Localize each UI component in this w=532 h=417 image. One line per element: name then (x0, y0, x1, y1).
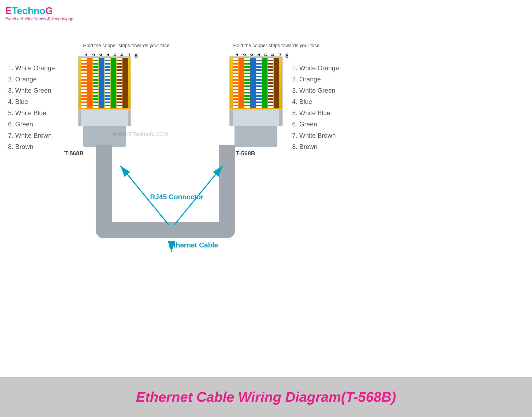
pin-list-left: 1. White Orange 2. Orange 3. White Green… (8, 64, 55, 154)
right-wires (230, 57, 282, 109)
wire-7-white-brown (117, 58, 122, 108)
wire-r6-green (262, 58, 267, 108)
pin-right-5: 5. White Blue (292, 109, 339, 117)
right-connector-mid (229, 110, 283, 126)
instruction-left: Hold the copper strips towards your face (83, 43, 169, 48)
pin-left-8: 8. Brown (8, 143, 55, 151)
footer-banner: Ethernet Cable Wiring Diagram(T-568B) (0, 377, 532, 417)
pin-left-3: 3. White Green (8, 87, 55, 94)
pin-left-2: 2. Orange (8, 76, 55, 83)
wire-r3-white-green (244, 58, 250, 108)
wire-3-white-green (93, 58, 98, 108)
logo-tagline: Electrical, Electronics & Technology (5, 17, 73, 21)
cable-left-vertical (96, 145, 112, 233)
wire-4-blue (99, 58, 104, 108)
wire-2-orange (87, 58, 92, 108)
pin-left-1: 1. White Orange (8, 64, 55, 72)
pin-right-1: 1. White Orange (292, 64, 339, 72)
cable-right-vertical (219, 145, 235, 233)
pin-left-5: 5. White Blue (8, 109, 55, 117)
pin-left-6: 6. Green (8, 121, 55, 128)
right-connector-top (229, 56, 283, 110)
logo-e: E (5, 5, 12, 16)
left-wires (79, 57, 131, 109)
wire-1-white-orange (81, 58, 87, 108)
wire-5-white-blue (105, 58, 110, 108)
diagram-area: Hold the copper strips towards your face… (0, 27, 532, 377)
pin-list-right: 1. White Orange 2. Orange 3. White Green… (292, 64, 339, 154)
pin-left-4: 4. Blue (8, 98, 55, 106)
left-connector-mid (78, 110, 131, 126)
wire-r4-blue (250, 58, 256, 108)
logo-g: G (45, 5, 53, 16)
rj45-label: RJ45 Connector (150, 193, 203, 201)
wire-8-brown (122, 58, 128, 108)
logo: ETechnoG Electrical, Electronics & Techn… (5, 5, 73, 21)
pin-right-3: 3. White Green (292, 87, 339, 94)
pin-right-6: 6. Green (292, 121, 339, 128)
pin-right-2: 2. Orange (292, 76, 339, 83)
wire-r1-white-orange (233, 58, 238, 108)
t568b-label-right: T-568B (236, 150, 255, 157)
pin-right-4: 4. Blue (292, 98, 339, 106)
wire-r2-orange (239, 58, 244, 108)
wire-r7-white-brown (268, 58, 273, 108)
wire-r8-brown (274, 58, 279, 108)
right-connector (229, 56, 283, 147)
wire-6-green (111, 58, 116, 108)
pin-left-7: 7. White Brown (8, 132, 55, 139)
right-connector-bottom (235, 126, 277, 147)
cable-bottom (96, 222, 235, 238)
ethernet-label: Ethernet Cable (169, 241, 218, 249)
watermark: WWW.ETechnoG.COM (113, 131, 168, 137)
pin-right-8: 8. Brown (292, 143, 339, 151)
wire-r5-white-blue (256, 58, 262, 108)
pin-right-7: 7. White Brown (292, 132, 339, 139)
t568b-label-left: T-568B (64, 150, 84, 157)
logo-techno: Techno (12, 5, 45, 16)
footer-title: Ethernet Cable Wiring Diagram(T-568B) (136, 389, 396, 405)
instruction-right: Hold the copper strips towards your face (233, 43, 319, 48)
left-connector-top (78, 56, 131, 110)
